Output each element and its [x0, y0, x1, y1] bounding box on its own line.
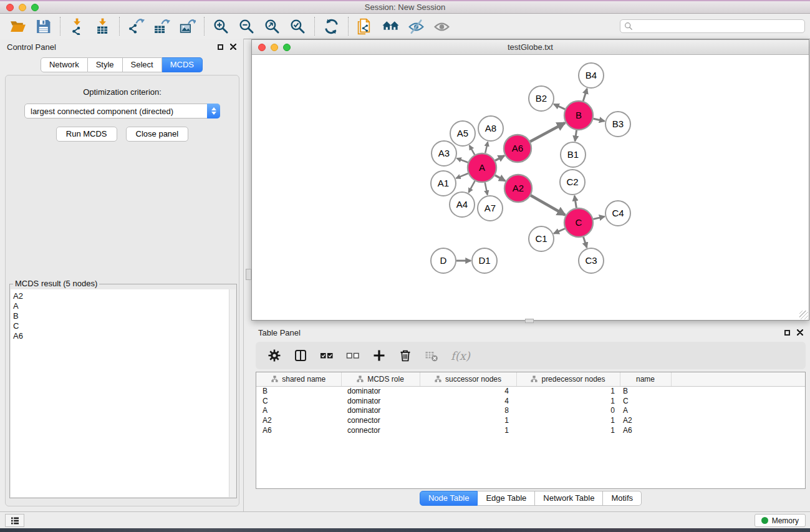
export-network-button[interactable]	[123, 16, 149, 37]
mcds-result-item[interactable]: A6	[13, 331, 229, 341]
mcds-result-item[interactable]: C	[13, 321, 229, 331]
run-mcds-button[interactable]: Run MCDS	[56, 127, 117, 142]
table-cell[interactable]: A6	[620, 425, 671, 435]
network-window-titlebar[interactable]: testGlobe.txt	[252, 40, 809, 55]
graph-edge-A2-C[interactable]	[531, 195, 565, 215]
table-cell[interactable]: 0	[516, 405, 620, 415]
table-row[interactable]: A6connector11A6	[256, 425, 805, 435]
table-cell[interactable]: A2	[620, 415, 671, 425]
table-cell[interactable]: C	[256, 396, 341, 406]
network-minimize-icon[interactable]	[271, 44, 278, 51]
table-row[interactable]: Adominator80A	[256, 405, 805, 415]
tab-node-table[interactable]: Node Table	[420, 491, 478, 506]
table-cell[interactable]: connector	[341, 415, 420, 425]
delete-table-button[interactable]	[425, 349, 438, 362]
search-input[interactable]	[635, 22, 801, 31]
tab-motifs[interactable]: Motifs	[603, 491, 642, 506]
search-field[interactable]	[620, 19, 805, 33]
column-header-name[interactable]: name	[620, 372, 671, 386]
task-history-button[interactable]	[5, 514, 24, 527]
graph-edge-A-A4[interactable]	[469, 181, 475, 193]
vertical-splitter-thumb[interactable]	[246, 269, 251, 280]
column-header-shared-name[interactable]: shared name	[256, 372, 341, 386]
graph-edge-B-B2[interactable]	[554, 104, 565, 109]
zoom-out-button[interactable]	[234, 16, 259, 37]
graph-edge-A-A5[interactable]	[470, 145, 475, 155]
import-table-button[interactable]	[90, 16, 115, 37]
zoom-selected-button[interactable]	[285, 16, 311, 37]
table-cell[interactable]: B	[620, 386, 671, 396]
graph-edge-C-C3[interactable]	[584, 237, 587, 248]
column-header-mcds-role[interactable]: MCDS role	[341, 372, 420, 386]
table-cell[interactable]: 1	[420, 425, 516, 435]
column-browser-button[interactable]	[294, 349, 307, 362]
graph-edge-B-B1[interactable]	[575, 130, 577, 141]
table-row[interactable]: Bdominator41B	[256, 386, 805, 396]
open-session-button[interactable]	[5, 16, 31, 37]
add-column-button[interactable]	[372, 349, 386, 362]
table-cell[interactable]: 1	[516, 425, 620, 435]
close-window-icon[interactable]	[6, 4, 14, 11]
table-cell[interactable]: dominator	[341, 405, 420, 415]
table-cell[interactable]: dominator	[341, 396, 420, 406]
network-canvas[interactable]: AA6A2BCA1A3A4A5A7A8B1B2B3B4C1C2C3C4DD1	[252, 56, 809, 320]
tab-network-table[interactable]: Network Table	[535, 491, 603, 506]
graph-edge-A-A6[interactable]	[495, 156, 504, 161]
graph-edge-C-C4[interactable]	[593, 216, 604, 219]
apply-layout-button[interactable]	[319, 16, 344, 37]
column-header-predecessor-nodes[interactable]: predecessor nodes	[516, 372, 620, 386]
table-row[interactable]: A2connector11A2	[256, 415, 805, 425]
table-cell[interactable]: A	[256, 405, 341, 415]
export-image-button[interactable]	[175, 16, 200, 37]
table-cell[interactable]: A2	[256, 415, 341, 425]
float-table-panel-icon[interactable]	[784, 330, 790, 336]
table-cell[interactable]: 4	[420, 396, 516, 406]
graph-edge-A-A3[interactable]	[457, 158, 468, 163]
network-close-icon[interactable]	[258, 44, 266, 51]
select-all-button[interactable]	[320, 349, 334, 362]
table-cell[interactable]: 1	[516, 396, 620, 406]
tab-edge-table[interactable]: Edge Table	[478, 491, 535, 506]
graph-edge-A-A8[interactable]	[485, 142, 488, 153]
close-table-panel-icon[interactable]	[797, 329, 803, 336]
table-cell[interactable]: 1	[516, 386, 620, 396]
mcds-result-item[interactable]: A	[13, 301, 229, 311]
table-cell[interactable]: dominator	[341, 386, 420, 396]
save-session-button[interactable]	[31, 16, 56, 37]
float-panel-icon[interactable]	[218, 44, 223, 50]
memory-button[interactable]: Memory	[755, 514, 806, 527]
clone-network-button[interactable]	[352, 16, 378, 37]
column-header-successor-nodes[interactable]: successor nodes	[420, 372, 516, 386]
network-graph[interactable]: AA6A2BCA1A3A4A5A7A8B1B2B3B4C1C2C3C4DD1	[252, 56, 809, 320]
show-graphics-details-button[interactable]	[429, 16, 455, 37]
import-network-button[interactable]	[64, 16, 90, 37]
minimize-window-icon[interactable]	[19, 4, 26, 11]
gear-button[interactable]	[268, 349, 281, 362]
tab-style[interactable]: Style	[88, 57, 123, 72]
export-table-button[interactable]	[149, 16, 175, 37]
mcds-result-scrollbar[interactable]	[229, 289, 236, 497]
graph-edge-A-A2[interactable]	[495, 175, 505, 181]
table-cell[interactable]: C	[620, 396, 671, 406]
mcds-result-list[interactable]: A2ABCA6	[11, 289, 229, 497]
mcds-result-item[interactable]: B	[13, 311, 229, 321]
tab-select[interactable]: Select	[123, 57, 162, 72]
mcds-result-item[interactable]: A2	[13, 291, 229, 301]
zoom-window-icon[interactable]	[31, 4, 39, 11]
tab-mcds[interactable]: MCDS	[162, 57, 203, 72]
table-cell[interactable]: A6	[256, 425, 341, 435]
function-builder-button[interactable]: f(x)	[451, 349, 470, 362]
table-cell[interactable]: A	[620, 405, 671, 415]
table-cell[interactable]: connector	[341, 425, 420, 435]
horizontal-splitter-thumb[interactable]	[525, 319, 534, 323]
graph-edge-C-C1[interactable]	[554, 229, 565, 234]
tab-network[interactable]: Network	[41, 57, 88, 72]
delete-column-button[interactable]	[398, 349, 412, 362]
graph-edge-A-A7[interactable]	[485, 183, 488, 195]
graph-edge-A6-B[interactable]	[530, 123, 565, 142]
deselect-all-button[interactable]	[346, 349, 360, 362]
hide-graphics-details-button[interactable]	[403, 16, 429, 37]
table-cell[interactable]: 8	[420, 405, 516, 415]
table-cell[interactable]: B	[256, 386, 341, 396]
graph-edge-C-C2[interactable]	[574, 196, 576, 208]
